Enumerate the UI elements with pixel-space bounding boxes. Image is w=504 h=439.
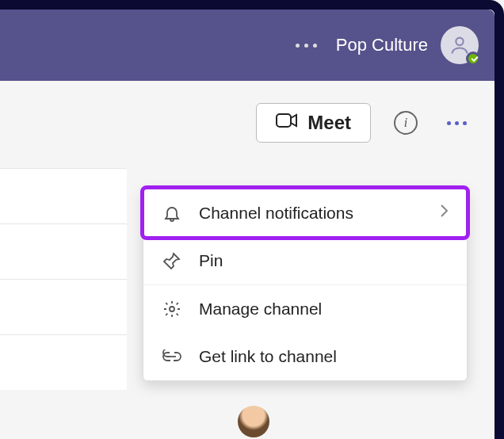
menu-item-label: Channel notifications <box>199 204 422 223</box>
menu-item-label: Manage channel <box>199 300 449 319</box>
pin-icon <box>161 251 183 270</box>
menu-item-channel-notifications[interactable]: Channel notifications <box>143 189 467 237</box>
gear-icon <box>161 300 183 319</box>
title-bar: Pop Culture <box>0 10 494 81</box>
info-button[interactable]: i <box>390 107 422 139</box>
presence-available-icon <box>466 52 480 66</box>
profile-avatar[interactable] <box>441 26 479 64</box>
menu-item-get-link[interactable]: Get link to channel <box>143 333 467 380</box>
menu-item-pin[interactable]: Pin <box>143 237 467 284</box>
list-item[interactable] <box>0 223 127 279</box>
link-icon <box>161 349 183 364</box>
info-icon: i <box>394 111 418 135</box>
video-icon <box>276 112 298 134</box>
avatar[interactable] <box>238 406 269 437</box>
svg-point-2 <box>170 307 174 311</box>
app-title: Pop Culture <box>336 35 428 55</box>
list-item[interactable] <box>0 168 127 223</box>
list-item[interactable] <box>0 279 127 334</box>
chevron-right-icon <box>438 203 449 223</box>
bell-icon <box>161 204 183 223</box>
more-icon[interactable] <box>289 44 323 48</box>
menu-item-label: Get link to channel <box>199 347 449 366</box>
meet-label: Meet <box>307 112 351 134</box>
channel-toolbar: Meet i <box>0 81 494 151</box>
channel-context-menu: Channel notifications Pin Manage channel <box>143 188 468 381</box>
list-item[interactable] <box>0 334 127 390</box>
menu-item-manage-channel[interactable]: Manage channel <box>143 285 467 333</box>
menu-item-label: Pin <box>199 251 449 270</box>
sidebar-list <box>0 168 127 390</box>
meet-button[interactable]: Meet <box>256 103 371 143</box>
svg-point-0 <box>456 38 463 45</box>
more-options-button[interactable] <box>441 107 472 139</box>
svg-rect-1 <box>277 114 291 127</box>
ellipsis-icon <box>447 121 467 125</box>
